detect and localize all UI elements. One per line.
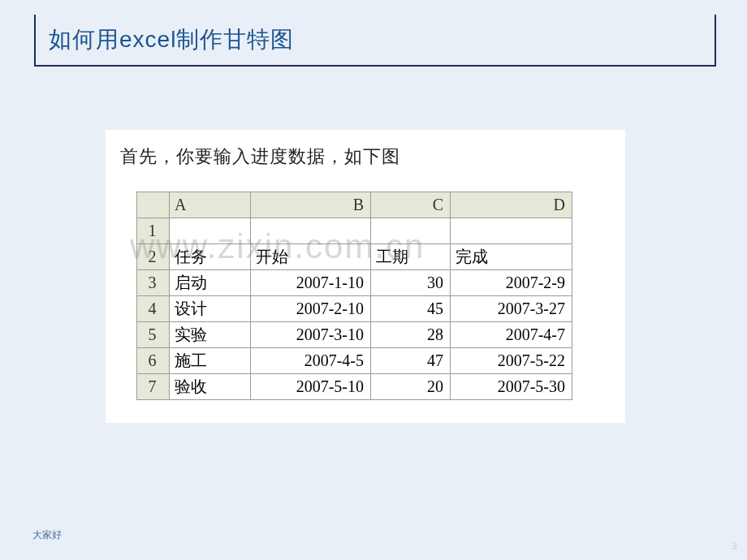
cell-D3: 2007-2-9 — [451, 270, 572, 296]
cell-B3: 2007-1-10 — [251, 270, 371, 296]
cell-A2: 任务 — [170, 244, 251, 270]
title-bar: 如何用excel制作甘特图 — [34, 15, 716, 67]
col-header-A: A — [170, 192, 251, 218]
table-row: 3 启动 2007-1-10 30 2007-2-9 — [137, 270, 572, 296]
cell-B5: 2007-3-10 — [251, 322, 371, 348]
cell-B4: 2007-2-10 — [251, 296, 371, 322]
footer-note: 大家好 — [32, 528, 62, 542]
cell-C5: 28 — [371, 322, 451, 348]
cell-D2: 完成 — [451, 244, 572, 270]
cell-C4: 45 — [371, 296, 451, 322]
cell-A5: 实验 — [170, 322, 251, 348]
cell-A3: 启动 — [170, 270, 251, 296]
page-number: 3 — [732, 541, 737, 552]
content-area: 首先，你要输入进度数据，如下图 A B C D 1 2 任务 开始 工期 完成 … — [106, 130, 625, 423]
cell-B7: 2007-5-10 — [251, 374, 371, 400]
table-row: 6 施工 2007-4-5 47 2007-5-22 — [137, 348, 572, 374]
cell-A1 — [170, 218, 251, 244]
row-number: 3 — [137, 270, 170, 296]
instruction-text: 首先，你要输入进度数据，如下图 — [120, 144, 611, 169]
cell-D7: 2007-5-30 — [451, 374, 572, 400]
row-number: 5 — [137, 322, 170, 348]
row-number: 2 — [137, 244, 170, 270]
corner-cell — [137, 192, 170, 218]
table-row: 1 — [137, 218, 572, 244]
cell-A4: 设计 — [170, 296, 251, 322]
cell-A6: 施工 — [170, 348, 251, 374]
row-number: 7 — [137, 374, 170, 400]
row-number: 1 — [137, 218, 170, 244]
cell-D5: 2007-4-7 — [451, 322, 572, 348]
table-row: 4 设计 2007-2-10 45 2007-3-27 — [137, 296, 572, 322]
table-row: 7 验收 2007-5-10 20 2007-5-30 — [137, 374, 572, 400]
col-header-C: C — [371, 192, 451, 218]
page-title: 如何用excel制作甘特图 — [49, 24, 702, 55]
row-number: 4 — [137, 296, 170, 322]
cell-D1 — [451, 218, 572, 244]
cell-C7: 20 — [371, 374, 451, 400]
cell-A7: 验收 — [170, 374, 251, 400]
cell-C1 — [371, 218, 451, 244]
col-header-B: B — [251, 192, 371, 218]
table-row: 2 任务 开始 工期 完成 — [137, 244, 572, 270]
row-number: 6 — [137, 348, 170, 374]
cell-D6: 2007-5-22 — [451, 348, 572, 374]
cell-B1 — [251, 218, 371, 244]
cell-B6: 2007-4-5 — [251, 348, 371, 374]
col-header-D: D — [451, 192, 572, 218]
table-col-header-row: A B C D — [137, 192, 572, 218]
cell-D4: 2007-3-27 — [451, 296, 572, 322]
cell-C2: 工期 — [371, 244, 451, 270]
cell-C6: 47 — [371, 348, 451, 374]
cell-C3: 30 — [371, 270, 451, 296]
excel-table: A B C D 1 2 任务 开始 工期 完成 3 启动 2007-1-10 3… — [136, 192, 572, 400]
cell-B2: 开始 — [251, 244, 371, 270]
table-row: 5 实验 2007-3-10 28 2007-4-7 — [137, 322, 572, 348]
